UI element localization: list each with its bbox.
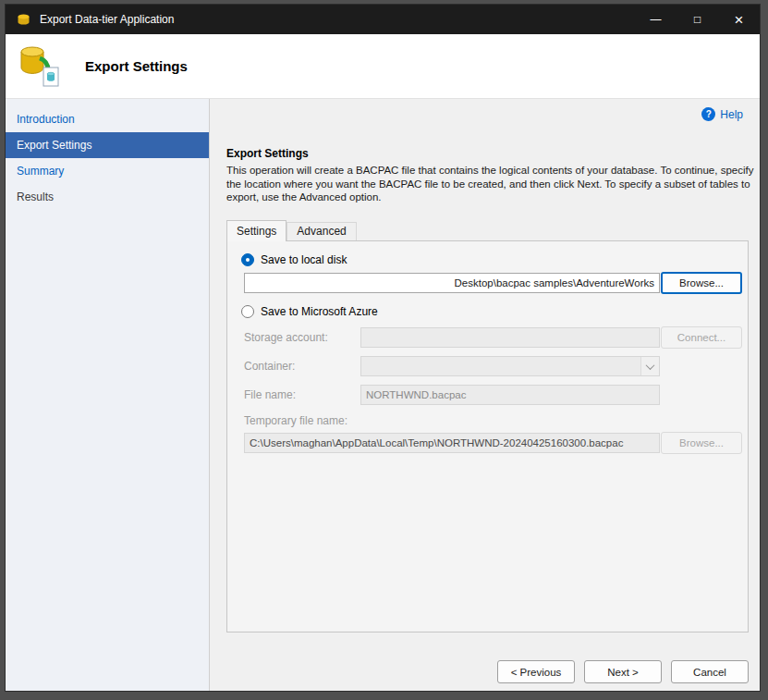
title-bar: Export Data-tier Application — □ × (6, 5, 760, 34)
container-dropdown (360, 356, 660, 376)
next-button[interactable]: Next > (584, 660, 662, 683)
export-dialog-window: Export Data-tier Application — □ × (5, 4, 761, 692)
settings-tab-panel: Save to local disk Browse... Save to Mic… (226, 240, 749, 632)
maximize-icon: □ (694, 13, 701, 26)
help-label: Help (720, 108, 743, 121)
sidebar-item-summary[interactable]: Summary (6, 158, 209, 184)
screen: Export Data-tier Application — □ × (0, 0, 768, 700)
connect-button: Connect... (661, 326, 742, 349)
container-label: Container: (244, 360, 295, 373)
radio-save-local-disk-label[interactable]: Save to local disk (261, 253, 347, 266)
wizard-footer: < Previous Next > Cancel (497, 660, 749, 683)
chevron-down-icon (646, 361, 655, 370)
wizard-header: Export Settings (6, 34, 760, 99)
close-icon: × (735, 12, 744, 28)
main-panel: ? Help Export Settings This operation wi… (210, 99, 760, 691)
storage-account-label: Storage account: (244, 331, 328, 344)
tab-settings[interactable]: Settings (226, 220, 286, 241)
container-dropdown-button (640, 357, 659, 375)
radio-save-azure-label[interactable]: Save to Microsoft Azure (261, 305, 378, 318)
wizard-steps-sidebar: Introduction Export Settings Summary Res… (6, 99, 210, 691)
section-description: This operation will create a BACPAC file… (226, 164, 761, 204)
sidebar-item-results: Results (6, 184, 209, 210)
page-title: Export Settings (85, 58, 188, 74)
sidebar-item-introduction[interactable]: Introduction (6, 106, 209, 132)
help-icon: ? (701, 107, 715, 121)
radio-save-local-disk[interactable] (241, 253, 254, 266)
file-name-label: File name: (244, 388, 296, 401)
file-name-input (360, 385, 660, 405)
temporary-browse-button: Browse... (661, 432, 742, 454)
app-icon (17, 13, 30, 27)
dialog-body: Introduction Export Settings Summary Res… (6, 99, 760, 691)
radio-save-azure[interactable] (241, 305, 254, 318)
minimize-button[interactable]: — (635, 5, 677, 34)
sidebar-item-export-settings[interactable]: Export Settings (6, 132, 209, 158)
maximize-button[interactable]: □ (677, 5, 718, 34)
local-browse-button[interactable]: Browse... (661, 272, 742, 294)
close-button[interactable]: × (718, 5, 760, 34)
previous-button[interactable]: < Previous (497, 660, 575, 683)
section-title: Export Settings (226, 147, 309, 160)
settings-tabstrip: Settings Advanced (226, 220, 357, 240)
tab-advanced[interactable]: Advanced (286, 222, 356, 240)
minimize-icon: — (651, 13, 662, 26)
local-path-input[interactable] (244, 273, 660, 293)
temporary-file-input (244, 433, 660, 453)
export-database-icon (17, 43, 63, 92)
window-title: Export Data-tier Application (40, 13, 174, 26)
cancel-button[interactable]: Cancel (671, 660, 749, 683)
storage-account-input (360, 327, 660, 348)
temporary-file-name-label: Temporary file name: (244, 414, 347, 427)
help-link[interactable]: ? Help (701, 107, 743, 121)
